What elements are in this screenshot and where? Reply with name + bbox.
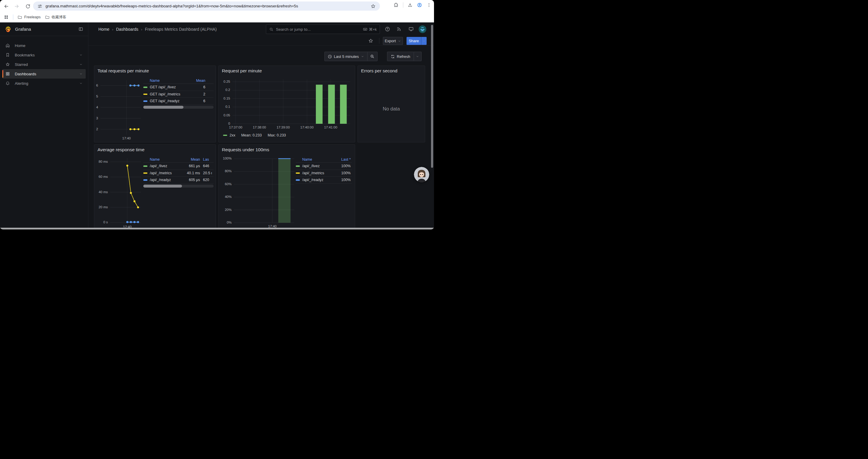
series-name[interactable]: /api/_/readyz: [302, 178, 333, 182]
y-axis-tick: 80 ms: [87, 160, 108, 163]
series-dash: [296, 179, 300, 181]
export-button[interactable]: Export: [383, 37, 403, 45]
panel-title[interactable]: Errors per second: [361, 68, 397, 73]
bookmark-folder-freeleaps[interactable]: Freeleaps: [18, 15, 41, 20]
sidebar-item-label: Home: [15, 43, 83, 48]
sidebar-item-bookmarks[interactable]: Bookmarks: [2, 50, 86, 60]
x-axis-tick: 17:38:00: [246, 126, 273, 129]
y-axis-tick: 40%: [211, 195, 231, 198]
bookmark-label: Freeleaps: [24, 15, 41, 19]
panel-title[interactable]: Average response time: [97, 147, 145, 153]
search-input[interactable]: [276, 27, 361, 32]
series-mean: Mean: 0.233: [241, 133, 262, 137]
series-name[interactable]: /api/_/livez: [302, 164, 333, 168]
series-name[interactable]: GET /api/_/readyz: [150, 99, 186, 103]
favorite-star-icon[interactable]: [368, 38, 373, 43]
y-axis-tick: 40 ms: [87, 190, 108, 194]
legend-row[interactable]: GET /api/_/livez6: [143, 84, 214, 91]
extensions-icon[interactable]: [394, 2, 399, 8]
legend-header: NameLast *: [296, 157, 352, 163]
y-axis-tick: 2: [78, 127, 98, 131]
bookmarks-bar: Freeleaps 收藏博客: [0, 12, 434, 23]
breadcrumb-dashboards[interactable]: Dashboards: [116, 27, 138, 32]
sidebar-item-home[interactable]: Home: [2, 41, 86, 50]
panel-title[interactable]: Total requests per minute: [97, 68, 149, 73]
user-avatar[interactable]: [418, 25, 426, 34]
sidebar-item-starred[interactable]: Starred: [2, 60, 86, 69]
share-button[interactable]: Share: [406, 37, 421, 45]
legend-row[interactable]: GET /api/_/readyz6: [143, 98, 214, 105]
horizontal-scrollbar[interactable]: [0, 228, 434, 230]
bookmark-icon: [5, 53, 10, 57]
sidebar-item-alerting[interactable]: Alerting: [2, 78, 86, 88]
series-name[interactable]: /api/_/metrics: [302, 171, 333, 175]
series-name[interactable]: GET /api/_/livez: [150, 85, 186, 89]
legend-column-header[interactable]: Las: [200, 157, 212, 162]
dashboard-actions-bar: Export Share: [88, 36, 434, 46]
search-input-wrap[interactable]: ⌘+k: [266, 25, 380, 34]
back-icon[interactable]: [2, 2, 10, 10]
chevron-down-icon[interactable]: [79, 72, 83, 76]
avg-response-time-chart[interactable]: 80 ms60 ms40 ms20 ms0 s17:40: [110, 158, 141, 223]
legend-row[interactable]: /api/_/livez100%: [296, 163, 352, 170]
legend-row[interactable]: /api/_/metrics40.1 ms20.5 r: [143, 170, 214, 177]
legend-column-header[interactable]: Name: [150, 157, 180, 162]
panel-title[interactable]: Request per minute: [222, 68, 262, 73]
bookmark-folder-blogs[interactable]: 收藏博客: [45, 15, 66, 20]
request-per-minute-legend[interactable]: 2xx Mean: 0.233 Max: 0.233: [223, 133, 286, 137]
series-value: 6: [186, 99, 205, 103]
actions-divider: [379, 38, 379, 44]
legend-column-header[interactable]: Name: [302, 157, 333, 162]
site-settings-icon[interactable]: [37, 4, 42, 9]
legend-column-header[interactable]: Mean: [186, 78, 205, 83]
bookmark-star-icon[interactable]: [370, 4, 376, 9]
legend-hscrollbar[interactable]: [143, 106, 214, 109]
x-axis-tick: 17:37:00: [222, 126, 249, 129]
url-text[interactable]: grafana.mathmast.com/d/deytv4rwavabkb/fr…: [45, 4, 370, 8]
y-axis-tick: 80%: [211, 169, 231, 173]
time-range-picker[interactable]: Last 5 minutes: [325, 52, 367, 61]
assistant-avatar-widget[interactable]: [414, 167, 429, 182]
refresh-button[interactable]: Refresh: [387, 52, 414, 61]
chevron-down-icon[interactable]: [79, 53, 83, 57]
legend-row[interactable]: /api/_/readyz100%: [296, 177, 352, 184]
legend-column-header[interactable]: Last *: [333, 157, 351, 162]
series-name[interactable]: /api/_/livez: [150, 164, 180, 168]
request-per-minute-chart[interactable]: 0.250.20.150.10.05017:37:0017:38:0017:39…: [232, 79, 350, 124]
forward-icon[interactable]: [13, 2, 20, 10]
legend-column-header[interactable]: Name: [150, 78, 186, 83]
total-requests-chart[interactable]: 6543217:40: [100, 80, 141, 135]
reload-icon[interactable]: [24, 2, 32, 10]
legend-hscrollbar[interactable]: [143, 185, 214, 188]
monitor-icon[interactable]: [408, 26, 414, 32]
browser-menu-icon[interactable]: [426, 2, 432, 8]
clock-icon: [328, 54, 332, 59]
vertical-scrollbar[interactable]: [431, 25, 433, 168]
downloads-icon[interactable]: [407, 2, 413, 8]
address-bar[interactable]: grafana.mathmast.com/d/deytv4rwavabkb/fr…: [33, 1, 380, 11]
series-name[interactable]: GET /api/_/metrics: [150, 92, 186, 96]
panel-title[interactable]: Requests under 100ms: [222, 147, 269, 153]
profile-icon[interactable]: [417, 2, 422, 8]
help-icon[interactable]: [385, 26, 391, 32]
share-dropdown-button[interactable]: [421, 37, 427, 45]
apps-grid-icon[interactable]: [4, 14, 9, 20]
legend-row[interactable]: /api/_/livez661 μs646: [143, 163, 214, 170]
requests-under-100ms-chart[interactable]: 100%80%60%40%20%0%17:40: [234, 159, 294, 223]
news-rss-icon[interactable]: [396, 26, 402, 32]
brand-name: Grafana: [15, 27, 78, 32]
grafana-logo[interactable]: [5, 26, 11, 32]
refresh-interval-dropdown[interactable]: [414, 52, 421, 61]
chevron-down-icon[interactable]: [79, 63, 83, 66]
legend-row[interactable]: GET /api/_/metrics2: [143, 91, 214, 98]
zoom-out-button[interactable]: [367, 52, 377, 61]
series-name[interactable]: /api/_/readyz: [150, 178, 180, 182]
dock-sidebar-icon[interactable]: [78, 27, 83, 32]
legend-row[interactable]: /api/_/metrics100%: [296, 170, 352, 177]
breadcrumb-home[interactable]: Home: [98, 27, 109, 32]
chevron-down-icon: [416, 55, 419, 58]
legend-column-header[interactable]: Mean: [180, 157, 200, 162]
sidebar-item-dashboards[interactable]: Dashboards: [2, 69, 86, 78]
series-name[interactable]: /api/_/metrics: [150, 171, 180, 175]
legend-row[interactable]: /api/_/readyz605 μs620: [143, 177, 214, 184]
